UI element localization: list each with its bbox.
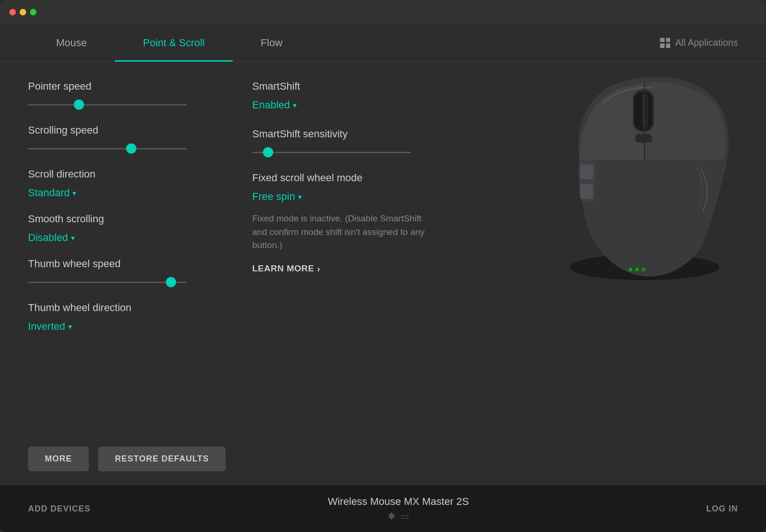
learn-more-arrow: › [317, 263, 320, 274]
thumb-wheel-speed-thumb[interactable] [166, 277, 176, 287]
restore-defaults-button[interactable]: RESTORE DEFAULTS [98, 447, 226, 471]
grid-icon [660, 38, 670, 48]
svg-rect-8 [580, 184, 593, 199]
main-content: Pointer speed Scrolling speed Scro [0, 62, 766, 447]
thumb-wheel-speed-slider[interactable] [28, 277, 187, 288]
all-apps-button[interactable]: All Applications [660, 37, 738, 48]
device-icons: ✱ ▭ [388, 511, 409, 522]
smartshift-sensitivity-thumb[interactable] [263, 147, 273, 157]
thumb-wheel-direction-chevron: ▾ [68, 322, 72, 331]
battery-icon: ▭ [400, 511, 409, 522]
more-button[interactable]: MORE [28, 447, 89, 471]
footer: ADD DEVICES Wireless Mouse MX Master 2S … [0, 485, 766, 532]
pointer-speed-section: Pointer speed [28, 80, 224, 110]
thumb-wheel-direction-label: Thumb wheel direction [28, 302, 224, 314]
tab-mouse[interactable]: Mouse [28, 24, 115, 62]
thumb-wheel-speed-label: Thumb wheel speed [28, 258, 224, 270]
bottom-buttons: MORE RESTORE DEFAULTS [0, 447, 766, 471]
right-panel: SmartShift Enabled ▾ SmartShift sensitiv… [224, 80, 738, 437]
footer-center: Wireless Mouse MX Master 2S ✱ ▭ [91, 496, 706, 522]
scrolling-speed-track [28, 148, 187, 149]
pointer-speed-slider[interactable] [28, 99, 187, 110]
smartshift-chevron: ▾ [293, 101, 297, 110]
thumb-wheel-direction-section: Thumb wheel direction Inverted ▾ [28, 302, 224, 333]
mouse-image [542, 66, 757, 300]
svg-point-9 [629, 268, 632, 271]
smooth-scrolling-dropdown[interactable]: Disabled ▾ [28, 232, 224, 244]
scrolling-speed-slider[interactable] [28, 143, 187, 154]
minimize-button[interactable] [20, 9, 26, 15]
smooth-scrolling-label: Smooth scrolling [28, 213, 224, 225]
fixed-mode-info: Fixed mode is inactive. (Disable SmartSh… [252, 212, 430, 252]
scroll-direction-section: Scroll direction Standard ▾ [28, 168, 224, 199]
thumb-wheel-direction-dropdown[interactable]: Inverted ▾ [28, 320, 224, 333]
svg-point-11 [642, 268, 645, 271]
bluetooth-icon: ✱ [388, 511, 396, 522]
add-devices-button[interactable]: ADD DEVICES [28, 504, 91, 514]
scrolling-speed-label: Scrolling speed [28, 124, 224, 136]
smooth-scrolling-section: Smooth scrolling Disabled ▾ [28, 213, 224, 244]
pointer-speed-thumb[interactable] [74, 99, 84, 110]
thumb-wheel-speed-track [28, 282, 187, 283]
fixed-scroll-chevron: ▾ [298, 192, 302, 201]
maximize-button[interactable] [30, 9, 36, 15]
svg-point-10 [635, 268, 639, 271]
smartshift-sensitivity-slider[interactable] [252, 147, 411, 158]
left-panel: Pointer speed Scrolling speed Scro [28, 80, 224, 437]
tab-flow[interactable]: Flow [233, 24, 310, 62]
svg-rect-7 [580, 164, 593, 179]
close-button[interactable] [9, 9, 16, 15]
app-window: Mouse Point & Scroll Flow All Applicatio… [0, 0, 766, 532]
smooth-scrolling-chevron: ▾ [71, 234, 75, 242]
tabs-container: Mouse Point & Scroll Flow [28, 24, 660, 62]
traffic-lights [9, 9, 36, 15]
svg-rect-6 [635, 134, 652, 142]
device-name: Wireless Mouse MX Master 2S [328, 496, 469, 508]
pointer-speed-label: Pointer speed [28, 80, 224, 92]
title-bar [0, 0, 766, 24]
log-in-button[interactable]: LOG IN [706, 504, 738, 514]
tab-point-scroll[interactable]: Point & Scroll [115, 24, 233, 62]
scroll-direction-chevron: ▾ [72, 189, 76, 198]
pointer-speed-track [28, 104, 187, 106]
tab-bar: Mouse Point & Scroll Flow All Applicatio… [0, 24, 766, 62]
smartshift-sensitivity-track [252, 152, 411, 153]
scroll-direction-label: Scroll direction [28, 168, 224, 180]
thumb-wheel-speed-section: Thumb wheel speed [28, 258, 224, 288]
scrolling-speed-thumb[interactable] [126, 143, 136, 154]
scroll-direction-dropdown[interactable]: Standard ▾ [28, 187, 224, 199]
scrolling-speed-section: Scrolling speed [28, 124, 224, 154]
